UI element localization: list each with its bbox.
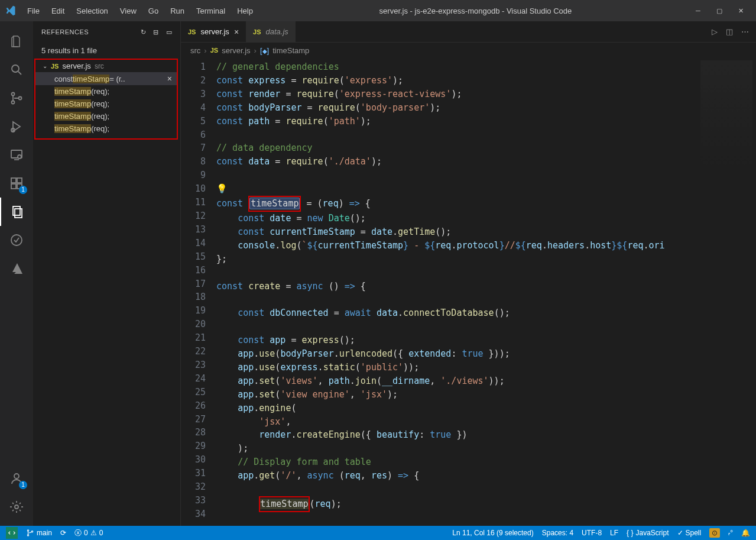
- menu-terminal[interactable]: Terminal: [192, 4, 230, 18]
- reference-filename: server.js: [62, 62, 90, 70]
- references-icon[interactable]: [0, 198, 33, 226]
- menu-view[interactable]: View: [115, 4, 141, 18]
- line-numbers: 1 2 3 4 5 6 7 8 9 10 11 12 13 14 15 16 1…: [181, 58, 216, 526]
- more-icon[interactable]: ⋯: [741, 27, 749, 36]
- close-icon[interactable]: ✕: [736, 7, 745, 15]
- svg-point-13: [11, 235, 22, 245]
- clear-icon[interactable]: ▭: [166, 28, 173, 36]
- sidebar-header: REFERENCES ↻ ⊟ ▭: [33, 21, 180, 43]
- spell-check[interactable]: ✓ Spell: [677, 529, 702, 537]
- svg-point-14: [14, 474, 19, 478]
- sync-icon[interactable]: ⟳: [60, 529, 66, 537]
- svg-rect-11: [13, 206, 20, 215]
- svg-point-17: [27, 535, 28, 536]
- reference-item[interactable]: timeStamp(req);: [35, 98, 177, 110]
- extensions-icon[interactable]: 1: [0, 169, 33, 198]
- reference-item[interactable]: timeStamp(req);: [35, 110, 177, 122]
- extensions-badge: 1: [19, 186, 27, 194]
- code-content[interactable]: // general dependencies const express = …: [216, 58, 697, 526]
- testing-icon[interactable]: [0, 226, 33, 254]
- reference-file[interactable]: ⌄ JS server.js src: [35, 60, 177, 72]
- window-title: server.js - js-e2e-express-mongodb - Vis…: [260, 7, 691, 15]
- menu-edit[interactable]: Edit: [47, 4, 69, 18]
- remote-indicator-icon[interactable]: [6, 527, 18, 539]
- editor-area: JSserver.js× JSdata.js ▷ ◫ ⋯ src› JSserv…: [181, 21, 756, 526]
- search-icon[interactable]: [0, 56, 33, 84]
- settings-gear-icon[interactable]: [0, 493, 33, 521]
- svg-point-16: [27, 530, 28, 531]
- menu-run[interactable]: Run: [166, 4, 189, 18]
- menu-file[interactable]: File: [22, 4, 44, 18]
- run-debug-icon[interactable]: [0, 112, 33, 141]
- accounts-badge: 1: [19, 481, 27, 489]
- menu-go[interactable]: Go: [144, 4, 163, 18]
- svg-point-0: [12, 65, 19, 72]
- js-file-icon: JS: [51, 63, 59, 70]
- refresh-icon[interactable]: ↻: [141, 28, 147, 36]
- js-file-icon: JS: [253, 28, 261, 35]
- reference-filedir: src: [95, 62, 104, 70]
- run-icon[interactable]: ▷: [712, 27, 718, 36]
- close-icon[interactable]: ×: [234, 27, 239, 37]
- remote-explorer-icon[interactable]: [0, 141, 33, 169]
- svg-rect-7: [11, 178, 16, 183]
- breadcrumb[interactable]: src› JSserver.js› [◆]timeStamp: [181, 43, 756, 58]
- activitybar: 1 1: [0, 21, 33, 526]
- notifications-icon[interactable]: 🔔: [741, 529, 750, 537]
- git-branch[interactable]: main: [26, 529, 52, 537]
- minimap[interactable]: [697, 58, 756, 526]
- svg-point-15: [15, 505, 18, 509]
- results-summary: 5 results in 1 file: [33, 43, 180, 59]
- cursor-position[interactable]: Ln 11, Col 16 (9 selected): [452, 529, 533, 537]
- editor-body[interactable]: 1 2 3 4 5 6 7 8 9 10 11 12 13 14 15 16 1…: [181, 58, 756, 526]
- maximize-icon[interactable]: ▢: [715, 7, 724, 15]
- tabbar: JSserver.js× JSdata.js ▷ ◫ ⋯: [181, 21, 756, 43]
- svg-rect-12: [15, 209, 22, 218]
- vscode-logo-icon: [5, 5, 17, 17]
- menu-help[interactable]: Help: [232, 4, 258, 18]
- titlebar: File Edit Selection View Go Run Terminal…: [0, 0, 756, 21]
- js-file-icon: JS: [188, 28, 196, 35]
- indent-indicator[interactable]: Spaces: 4: [542, 529, 573, 537]
- js-file-icon: JS: [210, 47, 218, 54]
- svg-point-6: [18, 155, 21, 159]
- feedback-icon[interactable]: ᵣ°: [728, 529, 733, 537]
- explorer-icon[interactable]: [0, 27, 33, 56]
- split-editor-icon[interactable]: ◫: [726, 27, 733, 36]
- azure-icon[interactable]: [0, 254, 33, 283]
- eol-indicator[interactable]: LF: [610, 529, 618, 537]
- tab-data-js[interactable]: JSdata.js: [246, 21, 296, 42]
- svg-point-3: [19, 97, 22, 100]
- references-sidebar: REFERENCES ↻ ⊟ ▭ 5 results in 1 file ⌄ J…: [33, 21, 181, 526]
- problems-indicator[interactable]: ⓧ 0 ⚠ 0: [74, 528, 103, 538]
- reference-item[interactable]: timeStamp(req);: [35, 85, 177, 98]
- svg-rect-9: [11, 184, 16, 189]
- chevron-down-icon: ⌄: [43, 63, 47, 69]
- svg-rect-8: [17, 178, 22, 183]
- close-icon[interactable]: ×: [167, 74, 172, 83]
- svg-point-1: [12, 93, 15, 96]
- sidebar-title: REFERENCES: [41, 28, 89, 35]
- reference-item[interactable]: const timeStamp = (r..×: [35, 72, 177, 85]
- highlighted-references-box: ⌄ JS server.js src const timeStamp = (r.…: [34, 59, 178, 140]
- encoding-indicator[interactable]: UTF-8: [582, 529, 602, 537]
- language-mode[interactable]: { } JavaScript: [627, 529, 669, 537]
- svg-point-2: [12, 101, 15, 104]
- tab-server-js[interactable]: JSserver.js×: [181, 21, 246, 42]
- copilot-icon[interactable]: ⊙: [709, 528, 720, 538]
- accounts-icon[interactable]: 1: [0, 464, 33, 493]
- collapse-all-icon[interactable]: ⊟: [153, 28, 159, 36]
- menu-selection[interactable]: Selection: [72, 4, 112, 18]
- source-control-icon[interactable]: [0, 84, 33, 112]
- minimize-icon[interactable]: ─: [693, 7, 703, 15]
- statusbar: main ⟳ ⓧ 0 ⚠ 0 Ln 11, Col 16 (9 selected…: [0, 526, 756, 540]
- reference-item[interactable]: timeStamp(req);: [35, 122, 177, 135]
